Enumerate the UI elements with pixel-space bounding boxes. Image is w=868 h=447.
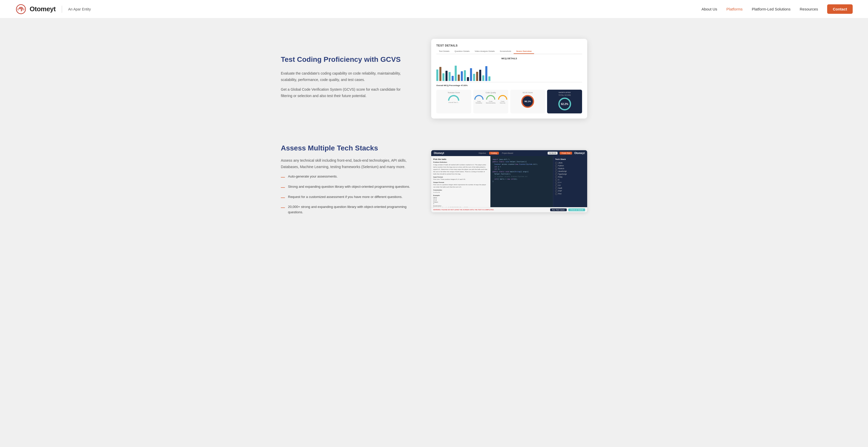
coding-ui-card: Otomeyt Objective Coding Project-Based 0… <box>431 150 587 212</box>
nav-contact[interactable]: Contact <box>827 7 853 11</box>
tech-stacks-title: Assess Multiple Tech Stacks <box>281 144 411 152</box>
example-label: Example: <box>433 195 488 196</box>
bullet-3: — Request for a customized assessment if… <box>281 195 411 201</box>
bullet-4: — 20,000+ strong and expanding question … <box>281 204 411 214</box>
tech-item-cpp: C++ <box>555 182 585 184</box>
bullet-dash-3: — <box>281 195 285 201</box>
warning-text: WARNING: PLEASE DO NOT LEAVE THE SCREEN … <box>433 209 494 210</box>
problem-title: Pick the balls <box>433 158 488 160</box>
about-us-link[interactable]: About Us <box>702 7 717 11</box>
coding-brand-right: Otomeyt <box>574 152 585 154</box>
code-line: public static void helper_function(){ <box>493 160 551 163</box>
code-quality-label: Code Quality <box>474 92 507 93</box>
total-score-circle: 62.2% <box>558 97 571 110</box>
logo-tagline: An Apar Entity <box>68 7 91 11</box>
coding-editor[interactable]: import java.util.*; public static void h… <box>490 156 553 207</box>
code-line: int k; <box>493 168 551 170</box>
bullet-text-1: Auto-generate your assessments. <box>288 174 338 179</box>
tech-item-typescript: TypeScript <box>555 173 585 175</box>
check-submit-button[interactable]: Check & Submit <box>568 208 585 211</box>
tech-item-c: C <box>555 179 585 181</box>
coding-topbar: Otomeyt Objective Coding Project-Based 0… <box>431 150 587 156</box>
bullet-text-2: Strong and expanding question library wi… <box>288 184 410 189</box>
tech-stacks-text-col: Assess Multiple Tech Stacks Assess any t… <box>281 144 411 218</box>
mcq-chart <box>436 62 582 82</box>
nav-links: About Us Platforms Platform-Led Solution… <box>702 7 853 11</box>
gcvs-score-card: GCVS Score 96.1% <box>510 90 545 113</box>
mcq-chart-title: MCQ DETAILS <box>436 57 582 60</box>
gcvs-image-col: TEST DETAILS Test Details Question Detai… <box>431 39 587 119</box>
gcvs-body2: Get a Global Code Verification System (G… <box>281 86 411 99</box>
test-details-ui: TEST DETAILS Test Details Question Detai… <box>436 44 582 113</box>
code-line: helper_function(); <box>493 173 551 175</box>
bullet-2: — Strong and expanding question library … <box>281 184 411 191</box>
code-line: int[] balls = new int[n]; <box>493 178 551 180</box>
example: Input: 4 2 3 1 2 3 Output: 3 Explanation… <box>433 197 488 207</box>
shortlisted-card: SHORTLISTED TOTAL SCORE 62.2% <box>547 90 582 113</box>
bullet-dash-1: — <box>281 174 285 181</box>
tech-item-swift: Swift <box>555 187 585 189</box>
input-format: First Line: Three positive integers N, K… <box>433 178 488 181</box>
timer-badge: 00:58:38 <box>548 152 558 154</box>
coding-tab-objective[interactable]: Objective <box>477 152 488 154</box>
tech-stack-panel: Tech Stack JAVA Python NodeJs JavaScript… <box>553 156 587 207</box>
bullet-1: — Auto-generate your assessments. <box>281 174 411 181</box>
maintainability-sub: Code Maintainability <box>485 101 497 104</box>
coding-footer: WARNING: PLEASE DO NOT LEAVE THE SCREEN … <box>431 207 587 212</box>
tech-item-php: PHP <box>555 190 585 192</box>
nav-platforms[interactable]: Platforms <box>726 7 742 11</box>
section-tech-stacks: Otomeyt Objective Coding Project-Based 0… <box>281 144 587 218</box>
coding-body: Pick the balls Problem Definition: A bag… <box>431 156 587 207</box>
bullet-dash-4: — <box>281 205 285 211</box>
tech-stacks-body: Assess any technical skill including fro… <box>281 157 411 170</box>
coding-tab-coding[interactable]: Coding <box>489 152 499 154</box>
code-line: public static void main(String[] args){ <box>493 170 551 173</box>
td-tab-score-overview[interactable]: Score Overview <box>514 49 534 54</box>
gcvs-title: Test Coding Proficiency with GCVS <box>281 55 411 64</box>
coding-brand: Otomeyt <box>434 152 444 154</box>
td-tab-question-details[interactable]: Question Details <box>452 49 472 54</box>
reliability-sub: Code Reliability <box>474 101 484 104</box>
resources-link[interactable]: Resources <box>800 7 818 11</box>
coding-tab-project[interactable]: Project-Based <box>500 152 515 154</box>
constraints: 1 ≤ K ≤ N <box>433 191 488 193</box>
coding-topbar-right: 00:58:38 Finish Test Otomeyt <box>548 152 585 154</box>
shortlisted-badge: SHORTLISTED <box>548 92 581 93</box>
fingerprint-icon <box>15 4 27 15</box>
logo-text: Otomeyt <box>30 5 56 13</box>
logo-area: Otomeyt An Apar Entity <box>15 4 91 15</box>
output-format: First Line is a positive integer which r… <box>433 184 488 188</box>
footer-buttons: Run Test Cases Check & Submit <box>550 208 585 211</box>
platforms-link[interactable]: Platforms <box>726 7 742 11</box>
nav-platform-led[interactable]: Platform-Led Solutions <box>752 7 790 11</box>
td-percentage-label: Overall MCQ Percentage <box>436 84 461 87</box>
gcvs-circle: 96.1% <box>521 95 534 108</box>
code-line: Scanner access scanner(new Scanner(Syste… <box>493 163 551 166</box>
tech-item-csharp: C# <box>555 184 585 186</box>
nav-about-us[interactable]: About Us <box>702 7 717 11</box>
run-testcases-button[interactable]: Run Test Cases <box>550 208 567 211</box>
td-tab-video[interactable]: Video Analysis Details <box>472 49 497 54</box>
td-percentage: Overall MCQ Percentage 47.83% <box>436 84 582 87</box>
tech-item-nodejs: NodeJs <box>555 168 585 170</box>
nav-resources[interactable]: Resources <box>800 7 818 11</box>
code-line: } <box>493 180 551 183</box>
gcvs-score-label: GCVS Score <box>512 92 544 93</box>
tech-item-perl: Perl <box>555 193 585 195</box>
coding-problem-panel: Pick the balls Problem Definition: A bag… <box>431 156 490 207</box>
gcvs-body1: Evaluate the candidate's coding capabili… <box>281 70 411 83</box>
tech-stacks-bullets: — Auto-generate your assessments. — Stro… <box>281 174 411 215</box>
contact-button[interactable]: Contact <box>827 4 853 14</box>
code-quality-card: Code Quality Code Reliability Code Maint… <box>473 90 508 113</box>
input-format-label: Input Format: <box>433 176 488 178</box>
finish-test-button[interactable]: Finish Test <box>560 152 572 154</box>
problem-def-label: Problem Definition: <box>433 161 488 163</box>
platform-led-link[interactable]: Platform-Led Solutions <box>752 7 790 11</box>
code-line: int n = <box>493 166 551 168</box>
bullet-text-3: Request for a customized assessment if y… <box>288 195 403 200</box>
td-tab-test-details[interactable]: Test Details <box>436 49 452 54</box>
code-line: // scanner access Scanner(System.in) <box>493 175 551 178</box>
td-tab-screenshots[interactable]: Screenshots <box>497 49 514 54</box>
logo-divider <box>62 6 62 13</box>
testcase-score-card: Testcase Score Overall Test C... <box>436 90 471 113</box>
